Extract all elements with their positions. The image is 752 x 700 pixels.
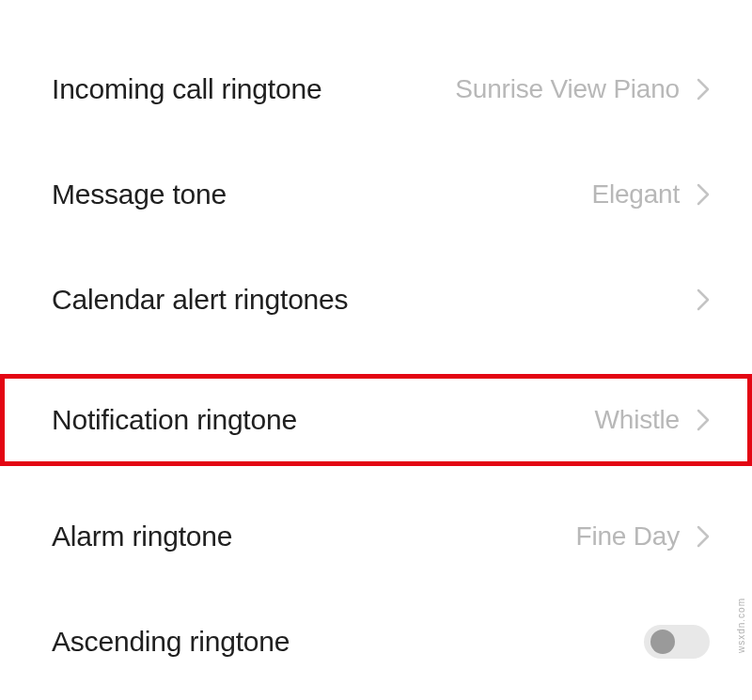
chevron-right-icon (697, 78, 710, 101)
chevron-right-icon (697, 525, 710, 548)
watermark-text: wsxdn.com (736, 598, 746, 653)
setting-value: Elegant (591, 179, 680, 210)
setting-label: Calendar alert ringtones (52, 284, 680, 316)
chevron-right-icon (697, 183, 710, 206)
setting-row-incoming-call[interactable]: Incoming call ringtone Sunrise View Pian… (0, 43, 752, 135)
setting-label: Message tone (52, 179, 591, 210)
toggle-knob (650, 630, 675, 654)
setting-row-ascending[interactable]: Ascending ringtone (0, 596, 752, 688)
settings-list: Incoming call ringtone Sunrise View Pian… (0, 0, 752, 688)
setting-row-notification[interactable]: Notification ringtone Whistle (0, 374, 752, 466)
setting-label: Incoming call ringtone (52, 73, 455, 105)
setting-value: Whistle (595, 405, 680, 435)
setting-row-alarm[interactable]: Alarm ringtone Fine Day (0, 490, 752, 583)
chevron-right-icon (697, 288, 710, 311)
setting-value: Sunrise View Piano (455, 74, 680, 104)
setting-row-message-tone[interactable]: Message tone Elegant (0, 148, 752, 241)
setting-value: Fine Day (576, 521, 680, 552)
setting-row-calendar-alert[interactable]: Calendar alert ringtones (0, 254, 752, 346)
ascending-toggle[interactable] (644, 625, 710, 659)
setting-label: Ascending ringtone (52, 626, 644, 658)
setting-label: Alarm ringtone (52, 521, 576, 552)
chevron-right-icon (697, 409, 710, 431)
setting-label: Notification ringtone (52, 404, 595, 436)
